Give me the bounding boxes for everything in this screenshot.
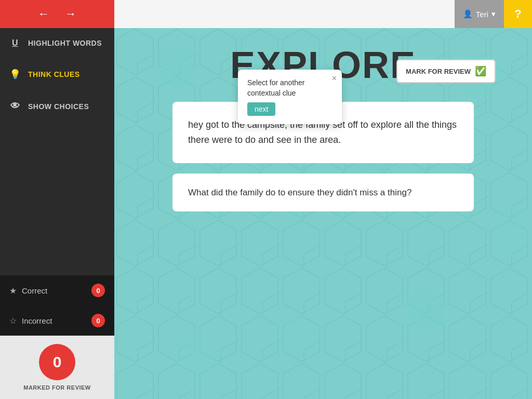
help-button[interactable]: ? <box>504 0 532 28</box>
question-card: What did the family do to ensure they di… <box>172 174 474 212</box>
question-text: What did the family do to ensure they di… <box>188 188 411 197</box>
correct-star-icon: ★ <box>9 286 17 296</box>
tooltip-text: Select for another contextual clue <box>247 78 305 97</box>
forward-button[interactable]: → <box>65 7 76 21</box>
eye-icon: 👁 <box>9 101 21 112</box>
sidebar-item-think-clues[interactable]: 💡 THINK CLUES <box>0 58 114 90</box>
user-name: Teri <box>476 10 488 19</box>
content-inner: EXPLORE MARK FOR REVIEW ✅ hey got to the… <box>114 28 532 227</box>
content-area: × Select for another contextual clue nex… <box>114 28 532 399</box>
sidebar-stats: ★ Correct 0 ☆ Incorrect 0 <box>0 275 114 336</box>
review-count-circle: 0 <box>39 344 75 380</box>
correct-label: Correct <box>22 286 47 295</box>
back-button[interactable]: ← <box>38 7 49 21</box>
sidebar: U HIGHLIGHT WORDS 💡 THINK CLUES 👁 SHOW C… <box>0 28 114 399</box>
tooltip-popup: × Select for another contextual clue nex… <box>238 70 342 124</box>
mark-review-button[interactable]: MARK FOR REVIEW ✅ <box>396 59 496 83</box>
correct-stat-row: ★ Correct 0 <box>0 275 114 305</box>
sidebar-label-highlight-words: HIGHLIGHT WORDS <box>28 39 102 47</box>
correct-badge: 0 <box>91 284 105 297</box>
tooltip-close-button[interactable]: × <box>332 74 337 83</box>
incorrect-label: Incorrect <box>22 316 52 325</box>
user-avatar-icon: 👤 <box>463 9 473 19</box>
top-right-bar: 👤 Teri ▾ ? <box>114 0 532 28</box>
marked-review-label: MARKED FOR REVIEW <box>23 384 91 391</box>
incorrect-star-icon: ☆ <box>9 316 17 326</box>
marked-review-section: 0 MARKED FOR REVIEW <box>0 336 114 399</box>
sidebar-label-show-choices: SHOW CHOICES <box>28 102 89 111</box>
tooltip-next-button[interactable]: next <box>247 102 275 116</box>
nav-section: ← → <box>0 0 114 28</box>
sidebar-item-highlight-words[interactable]: U HIGHLIGHT WORDS <box>0 28 114 58</box>
user-menu-button[interactable]: 👤 Teri ▾ <box>455 0 504 28</box>
lightbulb-icon: 💡 <box>9 69 21 80</box>
incorrect-badge: 0 <box>91 314 105 327</box>
mark-review-label: MARK FOR REVIEW <box>406 68 471 75</box>
user-dropdown-icon: ▾ <box>491 9 496 19</box>
review-check-icon: ✅ <box>475 65 486 77</box>
sidebar-label-think-clues: THINK CLUES <box>28 70 80 78</box>
underline-icon: U <box>9 38 21 48</box>
sidebar-item-show-choices[interactable]: 👁 SHOW CHOICES <box>0 90 114 122</box>
incorrect-stat-row: ☆ Incorrect 0 <box>0 305 114 336</box>
